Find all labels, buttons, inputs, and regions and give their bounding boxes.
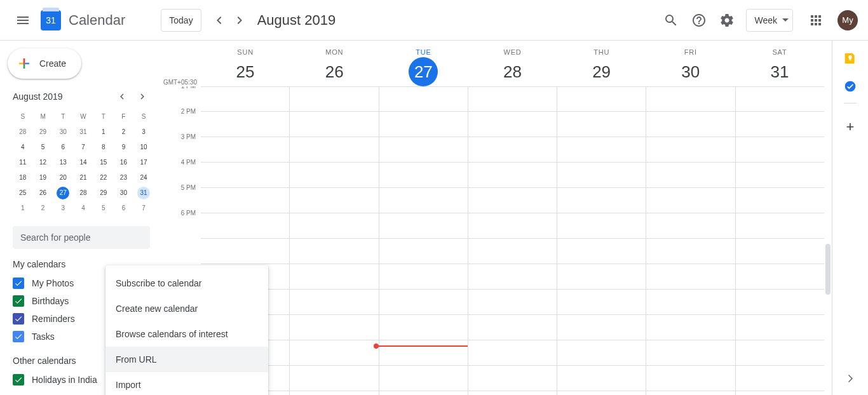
mini-day[interactable]: 25	[13, 185, 33, 201]
collapse-panel-button[interactable]	[844, 372, 857, 387]
day-column[interactable]	[379, 86, 468, 395]
mini-day[interactable]: 1	[93, 124, 114, 140]
google-apps-button[interactable]	[803, 8, 829, 33]
mini-day[interactable]: 30	[53, 124, 73, 140]
mini-day[interactable]: 16	[114, 155, 134, 170]
mini-day[interactable]: 18	[13, 170, 33, 185]
mini-day[interactable]: 15	[93, 155, 114, 170]
calendar-label: Reminders	[32, 314, 75, 324]
mini-day[interactable]: 14	[73, 155, 93, 170]
checkbox-icon[interactable]	[13, 331, 24, 342]
day-header[interactable]: THU29	[557, 41, 646, 86]
day-number: 30	[676, 57, 705, 86]
search-icon	[663, 13, 679, 28]
mini-day[interactable]: 4	[13, 140, 33, 155]
mini-next-button[interactable]	[135, 89, 150, 104]
checkbox-icon[interactable]	[13, 278, 24, 289]
menu-item[interactable]: Browse calendars of interest	[105, 321, 268, 347]
mini-day[interactable]: 23	[114, 170, 134, 185]
mini-day[interactable]: 12	[33, 155, 53, 170]
mini-day[interactable]: 22	[93, 170, 114, 185]
mini-day[interactable]: 17	[133, 155, 154, 170]
menu-item[interactable]: Subscribe to calendar	[105, 271, 268, 296]
hour-label: 3 PM	[163, 133, 196, 159]
day-header[interactable]: SAT31	[735, 41, 824, 86]
help-button[interactable]	[686, 8, 712, 33]
mini-day[interactable]: 7	[73, 140, 93, 155]
create-button[interactable]: Create	[8, 48, 81, 79]
day-column[interactable]	[557, 86, 646, 395]
mini-day[interactable]: 3	[133, 124, 154, 140]
mini-prev-button[interactable]	[114, 89, 130, 104]
header: 31 Calendar Today August 2019 Week My	[0, 0, 868, 41]
day-header[interactable]: TUE27	[379, 41, 468, 86]
day-number: 26	[320, 57, 349, 86]
day-header[interactable]: MON26	[290, 41, 379, 86]
mini-day[interactable]: 30	[114, 185, 134, 201]
mini-day[interactable]: 7	[133, 201, 154, 216]
mini-day[interactable]: 9	[114, 140, 134, 155]
mini-day[interactable]: 26	[33, 185, 53, 201]
main-menu-button[interactable]	[8, 5, 38, 36]
svg-point-0	[845, 81, 856, 92]
mini-day[interactable]: 31	[133, 185, 154, 201]
tasks-icon[interactable]	[844, 80, 857, 93]
mini-day[interactable]: 27	[53, 185, 73, 201]
mini-day[interactable]: 10	[133, 140, 154, 155]
menu-item[interactable]: Import	[105, 372, 268, 395]
settings-button[interactable]	[714, 8, 740, 33]
keep-icon[interactable]	[844, 52, 857, 65]
mini-day[interactable]: 8	[93, 140, 114, 155]
day-number: 27	[409, 57, 438, 86]
mini-day[interactable]: 28	[73, 185, 93, 201]
scrollbar-thumb[interactable]	[825, 244, 831, 295]
mini-day[interactable]: 13	[53, 155, 73, 170]
mini-day[interactable]: 31	[73, 124, 93, 140]
mini-day[interactable]: 4	[73, 201, 93, 216]
prev-week-button[interactable]	[209, 10, 229, 30]
search-people-input[interactable]: Search for people	[13, 226, 150, 249]
day-column[interactable]	[289, 86, 378, 395]
checkbox-icon[interactable]	[13, 313, 24, 325]
checkbox-icon[interactable]	[13, 295, 24, 307]
mini-day[interactable]: 29	[93, 185, 114, 201]
mini-day[interactable]: 2	[114, 124, 134, 140]
menu-item[interactable]: Create new calendar	[105, 296, 268, 321]
hour-label: 4 PM	[163, 159, 196, 184]
dow-label: FRI	[646, 48, 735, 56]
header-date: August 2019	[257, 12, 336, 29]
caret-down-icon	[782, 17, 789, 23]
day-header[interactable]: FRI30	[646, 41, 735, 86]
day-header[interactable]: SUN25	[201, 41, 290, 86]
menu-item[interactable]: From URL	[105, 347, 268, 372]
hour-label: 1 PM	[163, 86, 196, 108]
mini-day[interactable]: 5	[33, 140, 53, 155]
today-button[interactable]: Today	[161, 9, 201, 32]
search-button[interactable]	[658, 8, 684, 33]
mini-day[interactable]: 21	[73, 170, 93, 185]
mini-day[interactable]: 28	[13, 124, 33, 140]
day-column[interactable]	[735, 86, 824, 395]
next-week-button[interactable]	[229, 10, 250, 30]
mini-day[interactable]: 20	[53, 170, 73, 185]
mini-day[interactable]: 6	[53, 140, 73, 155]
mini-day[interactable]: 6	[114, 201, 134, 216]
calendar-label: Holidays in India	[32, 375, 97, 385]
mini-day[interactable]: 11	[13, 155, 33, 170]
mini-day[interactable]: 5	[93, 201, 114, 216]
mini-day[interactable]: 2	[33, 201, 53, 216]
mini-day[interactable]: 19	[33, 170, 53, 185]
account-avatar[interactable]: My	[837, 10, 858, 30]
mini-day[interactable]: 29	[33, 124, 53, 140]
mini-day[interactable]: 24	[133, 170, 154, 185]
day-header[interactable]: WED28	[468, 41, 557, 86]
side-panel-divider	[844, 103, 857, 104]
logo[interactable]: 31 Calendar	[41, 10, 125, 30]
view-select[interactable]: Week	[746, 9, 793, 32]
checkbox-icon[interactable]	[13, 374, 24, 385]
day-column[interactable]	[468, 86, 557, 395]
get-addons-button[interactable]: +	[846, 119, 855, 135]
mini-day[interactable]: 1	[13, 201, 33, 216]
mini-day[interactable]: 3	[53, 201, 73, 216]
day-column[interactable]	[646, 86, 735, 395]
